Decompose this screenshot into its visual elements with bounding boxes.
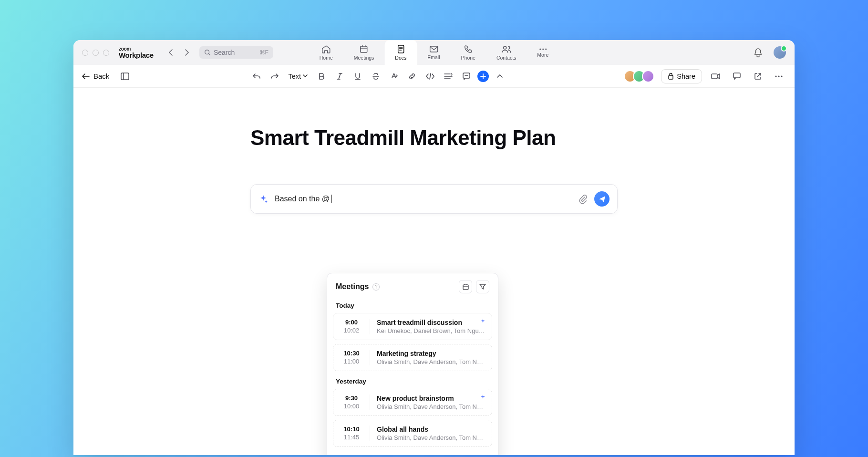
tab-email[interactable]: Email — [417, 40, 450, 65]
meeting-name: Global all hands — [377, 426, 485, 433]
meeting-people: Olivia Smith, Dave Anderson, Tom Nguyen.… — [377, 434, 485, 441]
text-cursor — [331, 195, 332, 203]
svg-point-5 — [539, 49, 541, 50]
svg-point-15 — [781, 75, 782, 77]
align-icon[interactable] — [441, 69, 455, 83]
overflow-icon[interactable] — [772, 69, 786, 83]
nav-back-icon[interactable] — [165, 47, 176, 58]
chevron-down-icon — [303, 74, 308, 78]
ai-input-bar[interactable]: Based on the @ — [250, 184, 618, 214]
user-avatar[interactable] — [774, 46, 786, 59]
meeting-people: Olivia Smith, Dave Anderson, Tom Nguyen.… — [377, 358, 485, 365]
document-title[interactable]: Smart Treadmill Marketing Plan — [250, 126, 618, 150]
ai-input-value: Based on the @ — [275, 195, 330, 203]
nav-forward-icon[interactable] — [181, 47, 193, 58]
meeting-name: Marketing strategy — [377, 350, 485, 357]
insert-button[interactable] — [477, 71, 489, 82]
meeting-info: Smart treadmill discussion Kei Umekoc, D… — [377, 319, 485, 334]
tab-more-label: More — [537, 52, 548, 58]
search-input[interactable]: Search ⌘F — [199, 46, 273, 59]
link-icon[interactable] — [405, 69, 419, 83]
editor-toolbar: Back Text Share — [73, 65, 795, 88]
tab-meetings[interactable]: Meetings — [343, 40, 385, 65]
meeting-end: 11:00 — [340, 358, 363, 365]
text-style-dropdown[interactable]: Text — [286, 73, 311, 80]
search-icon — [204, 49, 211, 56]
panel-toggle-icon[interactable] — [118, 69, 132, 83]
share-button[interactable]: Share — [661, 69, 702, 83]
search-placeholder: Search — [214, 49, 235, 56]
svg-rect-3 — [430, 46, 437, 52]
video-icon[interactable] — [709, 69, 723, 83]
presence-avatar-3 — [642, 70, 654, 83]
tab-home-label: Home — [320, 55, 333, 61]
bold-icon[interactable] — [314, 69, 329, 83]
main-tabs: Home Meetings Docs Email Phone Contacts — [309, 40, 559, 65]
tab-phone[interactable]: Phone — [451, 40, 486, 65]
svg-rect-2 — [398, 45, 403, 53]
tab-contacts[interactable]: Contacts — [486, 40, 527, 65]
titlebar: zoom Workplace Search ⌘F Home Meetings D… — [73, 40, 795, 65]
text-color-icon[interactable] — [387, 69, 401, 83]
tab-home[interactable]: Home — [309, 40, 343, 65]
tab-more[interactable]: More — [527, 40, 559, 65]
calendar-filter-icon[interactable] — [459, 280, 472, 293]
divider — [370, 319, 370, 334]
calendar-icon — [360, 45, 368, 53]
meeting-item[interactable]: 10:30 11:00 Marketing strategy Olivia Sm… — [333, 344, 492, 371]
traffic-maximize[interactable] — [103, 50, 109, 56]
notifications-icon[interactable] — [752, 46, 764, 59]
meeting-info: Marketing strategy Olivia Smith, Dave An… — [377, 350, 485, 365]
attach-icon[interactable] — [579, 194, 588, 204]
meeting-times: 10:10 11:45 — [340, 426, 363, 441]
open-external-icon[interactable] — [751, 69, 765, 83]
italic-icon[interactable] — [332, 69, 347, 83]
underline-icon[interactable] — [351, 69, 365, 83]
meeting-item[interactable]: 9:30 10:00 New product brainstorm Olivia… — [333, 389, 492, 416]
app-window: zoom Workplace Search ⌘F Home Meetings D… — [73, 40, 795, 455]
tab-docs-label: Docs — [395, 55, 406, 61]
phone-icon — [464, 45, 473, 53]
docs-icon — [397, 45, 404, 53]
comment-icon[interactable] — [459, 69, 474, 83]
meeting-end: 11:45 — [340, 434, 363, 441]
divider — [370, 395, 370, 410]
send-button[interactable] — [594, 191, 610, 207]
meeting-times: 9:00 10:02 — [340, 319, 363, 334]
svg-rect-16 — [463, 285, 468, 290]
meeting-info: New product brainstorm Olivia Smith, Dav… — [377, 395, 485, 410]
redo-icon[interactable] — [268, 69, 282, 83]
meeting-info: Global all hands Olivia Smith, Dave Ande… — [377, 426, 485, 441]
popup-section-label: May 12, Friday — [327, 451, 498, 455]
undo-icon[interactable] — [249, 69, 264, 83]
meeting-start: 9:30 — [340, 395, 363, 402]
document-content: Smart Treadmill Marketing Plan Based on … — [73, 88, 795, 455]
presence-avatars[interactable] — [624, 70, 654, 83]
meeting-item[interactable]: 10:10 11:45 Global all hands Olivia Smit… — [333, 420, 492, 447]
svg-rect-11 — [712, 74, 717, 79]
ai-input-text[interactable]: Based on the @ — [275, 195, 572, 203]
traffic-minimize[interactable] — [93, 50, 99, 56]
svg-point-13 — [775, 75, 776, 77]
more-icon — [538, 48, 547, 51]
back-button[interactable]: Back — [82, 72, 109, 80]
code-icon[interactable] — [423, 69, 437, 83]
collapse-icon[interactable] — [493, 69, 507, 83]
svg-rect-10 — [669, 75, 673, 79]
meeting-item[interactable]: 9:00 10:02 Smart treadmill discussion Ke… — [333, 313, 492, 340]
meeting-start: 10:30 — [340, 350, 363, 357]
tab-docs[interactable]: Docs — [384, 40, 417, 65]
traffic-close[interactable] — [82, 50, 88, 56]
help-icon[interactable]: ? — [372, 283, 380, 291]
divider — [370, 350, 370, 365]
meeting-end: 10:00 — [340, 403, 363, 410]
arrow-left-icon — [82, 73, 90, 79]
meeting-times: 10:30 11:00 — [340, 350, 363, 365]
filter-icon[interactable] — [476, 280, 489, 293]
strikethrough-icon[interactable] — [369, 69, 383, 83]
svg-point-14 — [778, 75, 779, 77]
chat-icon[interactable] — [730, 69, 744, 83]
sparkle-icon — [258, 194, 268, 204]
brand-line1: zoom — [119, 47, 154, 52]
back-label: Back — [93, 72, 109, 80]
